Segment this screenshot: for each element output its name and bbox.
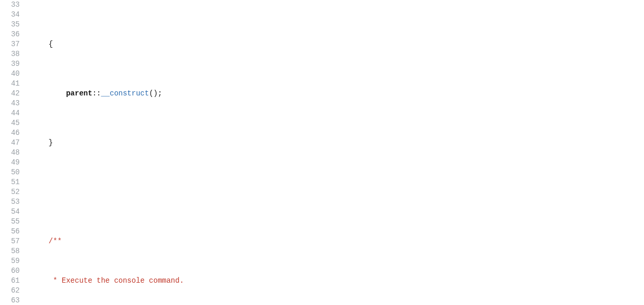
code-editor[interactable]: 33 34 35 36 37 38 39 40 41 42 43 44 45 4…: [0, 0, 644, 305]
line-number: 55: [0, 217, 20, 227]
method-construct: __construct: [101, 89, 149, 98]
brace-close: }: [49, 138, 53, 147]
line-number: 60: [0, 266, 20, 276]
line-number: 46: [0, 128, 20, 138]
double-colon: ::: [92, 89, 101, 98]
line-number: 38: [0, 49, 20, 59]
line-number: 50: [0, 168, 20, 177]
code-line[interactable]: }: [31, 138, 644, 148]
line-number: 49: [0, 158, 20, 168]
line-number: 42: [0, 89, 20, 99]
line-number: 48: [0, 148, 20, 158]
line-number: 62: [0, 286, 20, 296]
line-number: 44: [0, 108, 20, 118]
parens: ();: [149, 89, 162, 98]
line-number: 35: [0, 20, 20, 30]
line-number: 53: [0, 197, 20, 207]
line-number: 33: [0, 0, 20, 10]
line-number: 54: [0, 207, 20, 217]
line-number: 61: [0, 276, 20, 286]
line-number: 56: [0, 227, 20, 237]
line-number: 52: [0, 187, 20, 197]
line-number: 58: [0, 246, 20, 256]
line-number: 51: [0, 177, 20, 187]
doc-open: /**: [49, 237, 62, 245]
line-number: 40: [0, 69, 20, 79]
line-number: 59: [0, 256, 20, 266]
line-number: 41: [0, 79, 20, 89]
keyword-parent: parent: [66, 89, 92, 98]
line-number-gutter: 33 34 35 36 37 38 39 40 41 42 43 44 45 4…: [0, 0, 24, 305]
code-line[interactable]: * Execute the console command.: [31, 276, 644, 286]
line-number: 47: [0, 138, 20, 148]
line-number: 57: [0, 237, 20, 246]
line-number: 36: [0, 30, 20, 39]
line-number: 63: [0, 296, 20, 305]
code-line[interactable]: parent::__construct();: [31, 89, 644, 99]
code-line[interactable]: [31, 187, 644, 197]
code-area[interactable]: { parent::__construct(); } /** * Execute…: [24, 0, 644, 305]
code-line[interactable]: /**: [31, 237, 644, 246]
line-number: 43: [0, 99, 20, 108]
code-line[interactable]: {: [31, 39, 644, 49]
line-number: 34: [0, 10, 20, 20]
brace-open: {: [49, 40, 53, 48]
line-number: 45: [0, 118, 20, 128]
line-number: 37: [0, 39, 20, 49]
doc-desc: * Execute the console command.: [49, 276, 184, 285]
line-number: 39: [0, 59, 20, 69]
